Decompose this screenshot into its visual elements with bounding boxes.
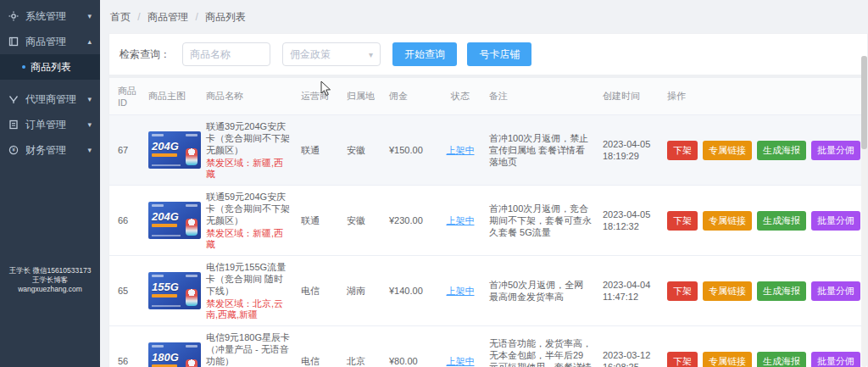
sidebar-item-finance-management[interactable]: ¥ 财务管理 ▾ <box>0 137 100 163</box>
row-actions: 下架专属链接生成海报批量分佣 <box>667 211 862 231</box>
start-query-button[interactable]: 开始查询 <box>392 42 457 66</box>
astronaut-graphic <box>186 289 198 306</box>
thumbnail-logos <box>152 204 198 207</box>
exclusive-link-button[interactable]: 专属链接 <box>703 281 752 301</box>
thumbnail-banner <box>152 224 177 227</box>
astronaut-graphic <box>186 148 198 165</box>
vertical-scrollbar[interactable] <box>861 56 867 367</box>
search-toolbar: 检索查询： 佣金政策 ▾ 开始查询 号卡店铺 <box>109 34 867 78</box>
product-name[interactable]: 电信9元180G星辰卡（冲量产品 - 无语音功能） <box>206 331 291 367</box>
carrier: 电信 <box>301 356 320 366</box>
generate-poster-button[interactable]: 生成海报 <box>757 141 806 160</box>
product-name-input[interactable] <box>182 42 270 66</box>
forbidden-regions: 禁发区域：北京,云南,西藏,新疆 <box>206 298 291 320</box>
take-down-button[interactable]: 下架 <box>667 352 698 367</box>
status-link[interactable]: 上架中 <box>447 145 475 155</box>
product-name[interactable]: 电信19元155G流量卡（竞合期间 随时下线） <box>206 261 291 297</box>
remark: 首冲100次月返佣，竞合期间不下架，套餐可查永久套餐 5G流量 <box>489 203 592 237</box>
breadcrumb: 首页 / 商品管理 / 商品列表 <box>108 7 868 33</box>
breadcrumb-separator: / <box>137 11 140 23</box>
created-time: 2023-04-05 18:19:29 <box>603 139 650 161</box>
product-icon <box>8 36 20 47</box>
thumbnail-logos <box>152 275 198 277</box>
status-link[interactable]: 上架中 <box>447 356 475 366</box>
product-table-body: 67 204G 联通39元204G安庆卡（竞合期间不下架 无颜区） 禁发区域：新… <box>109 115 867 367</box>
region: 湖南 <box>347 286 365 296</box>
col-product-image: 商品主图 <box>143 78 201 115</box>
carrier: 联通 <box>301 145 320 155</box>
exclusive-link-button[interactable]: 专属链接 <box>703 352 752 367</box>
chevron-up-icon: ▴ <box>87 37 92 46</box>
commission-policy-select[interactable]: 佣金政策 ▾ <box>282 42 381 66</box>
generate-poster-button[interactable]: 生成海报 <box>757 211 806 231</box>
carrier: 电信 <box>301 286 320 296</box>
sidebar-item-agent-management[interactable]: 代理商管理 ▾ <box>0 86 100 112</box>
watermark-line: 王学长 微信15610533173 <box>2 266 98 275</box>
thumbnail-banner <box>152 153 177 157</box>
breadcrumb-product-management[interactable]: 商品管理 <box>147 11 188 23</box>
sidebar-item-product-management[interactable]: 商品管理 ▴ <box>0 29 100 54</box>
product-list-card: 检索查询： 佣金政策 ▾ 开始查询 号卡店铺 <box>108 33 868 367</box>
main-content: 首页 / 商品管理 / 商品列表 检索查询： 佣金政策 ▾ 开始查询 号卡店铺 <box>100 0 868 367</box>
take-down-button[interactable]: 下架 <box>667 211 698 231</box>
thumbnail-footer <box>152 164 181 166</box>
exclusive-link-button[interactable]: 专属链接 <box>703 141 752 160</box>
take-down-button[interactable]: 下架 <box>667 281 698 301</box>
chevron-down-icon: ▾ <box>87 120 92 129</box>
product-thumbnail[interactable]: 155G <box>148 272 201 309</box>
sidebar-submenu: 商品列表 <box>0 54 100 80</box>
row-actions: 下架专属链接生成海报批量分佣 <box>667 141 862 160</box>
thumbnail-data-label: 204G <box>152 210 179 223</box>
thumbnail-banner <box>152 294 177 297</box>
product-name[interactable]: 联通59元204G安庆卡（竞合期间不下架 无颜区） <box>206 191 291 226</box>
status-link[interactable]: 上架中 <box>447 215 475 225</box>
svg-text:¥: ¥ <box>12 147 15 153</box>
table-row: 65 155G 电信19元155G流量卡（竞合期间 随时下线） 禁发区域：北京,… <box>109 256 867 326</box>
sidebar-item-order-management[interactable]: 订单管理 ▾ <box>0 112 100 137</box>
forbidden-regions: 禁发区域：新疆,西藏 <box>206 228 291 250</box>
breadcrumb-current: 商品列表 <box>205 11 246 23</box>
watermark: 王学长 微信15610533173 王学长博客 wangxuezhang.com <box>2 266 98 294</box>
status-link[interactable]: 上架中 <box>447 286 475 296</box>
product-table: 商品ID 商品主图 商品名称 运营商 归属地 佣金 状态 备注 创建时间 操作 … <box>109 78 867 367</box>
agent-icon <box>8 94 20 104</box>
product-thumbnail[interactable]: 204G <box>148 202 201 239</box>
card-shop-button[interactable]: 号卡店铺 <box>467 42 531 66</box>
product-thumbnail[interactable]: 180G <box>148 342 201 367</box>
product-id: 66 <box>118 215 128 225</box>
remark: 首冲100次月返佣，禁止宣传归属地 套餐详情看落地页 <box>489 133 588 167</box>
thumbnail-logos <box>152 345 198 348</box>
col-region: 归属地 <box>342 78 384 115</box>
exclusive-link-button[interactable]: 专属链接 <box>703 211 752 231</box>
order-icon <box>8 120 20 130</box>
batch-commission-button[interactable]: 批量分佣 <box>811 211 860 231</box>
batch-commission-button[interactable]: 批量分佣 <box>811 281 860 301</box>
batch-commission-button[interactable]: 批量分佣 <box>811 352 860 367</box>
product-name[interactable]: 联通39元204G安庆卡（竞合期间不下架 无颜区） <box>206 120 291 156</box>
scrollbar-thumb[interactable] <box>861 56 867 149</box>
col-product-id: 商品ID <box>109 78 143 115</box>
chevron-down-icon: ▾ <box>87 95 92 103</box>
generate-poster-button[interactable]: 生成海报 <box>757 281 806 301</box>
col-actions: 操作 <box>662 78 867 115</box>
breadcrumb-home[interactable]: 首页 <box>110 11 131 23</box>
table-header-row: 商品ID 商品主图 商品名称 运营商 归属地 佣金 状态 备注 创建时间 操作 <box>109 78 867 115</box>
generate-poster-button[interactable]: 生成海报 <box>757 352 806 367</box>
thumbnail-footer <box>152 305 181 307</box>
sidebar-item-system-management[interactable]: 系统管理 ▾ <box>0 3 100 29</box>
sidebar-item-label: 订单管理 <box>25 118 87 132</box>
finance-icon: ¥ <box>8 145 20 155</box>
product-thumbnail[interactable]: 204G <box>148 131 201 169</box>
active-dot-icon <box>22 65 25 69</box>
region: 安徽 <box>347 145 365 155</box>
created-time: 2023-03-12 16:08:25 <box>603 350 650 367</box>
sidebar-item-product-list[interactable]: 商品列表 <box>0 54 100 80</box>
chevron-down-icon: ▾ <box>87 12 92 20</box>
batch-commission-button[interactable]: 批量分佣 <box>811 141 860 160</box>
breadcrumb-separator: / <box>195 11 198 23</box>
col-commission: 佣金 <box>384 78 437 115</box>
col-status: 状态 <box>437 78 484 115</box>
take-down-button[interactable]: 下架 <box>667 141 698 160</box>
commission: ¥150.00 <box>389 145 423 155</box>
select-placeholder: 佣金政策 <box>290 47 331 62</box>
